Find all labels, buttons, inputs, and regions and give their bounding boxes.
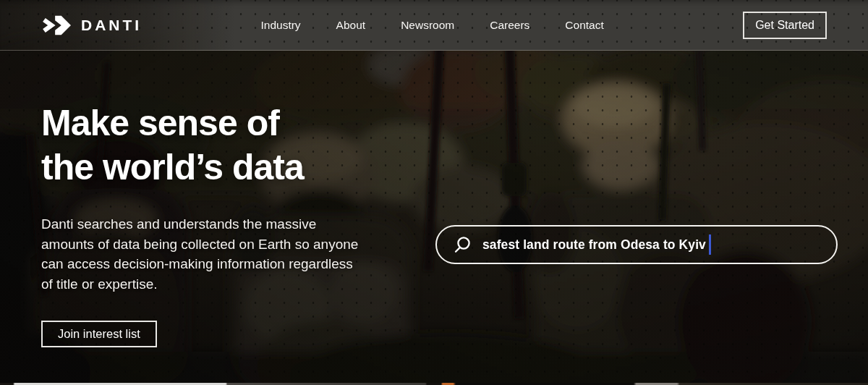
top-navigation-bar: DANTI Industry About Newsroom Careers Co… [0, 0, 868, 51]
join-interest-list-button[interactable]: Join interest list [41, 321, 157, 347]
hero-title: Make sense ofthe world’s data [41, 101, 304, 190]
danti-logo[interactable]: DANTI [41, 12, 142, 39]
get-started-button[interactable]: Get Started [743, 12, 827, 39]
search-query-text: safest land route from Odesa to Kyiv [482, 237, 706, 253]
hero-description: Danti searches and understands the massi… [41, 214, 359, 294]
main-nav: Industry About Newsroom Careers Contact [260, 0, 603, 51]
search-input[interactable]: safest land route from Odesa to Kyiv [435, 225, 838, 264]
hero-title-line2: the world’s data [41, 147, 304, 187]
search-icon [453, 235, 472, 255]
hero-title-line1: Make sense of [41, 103, 279, 143]
nav-link-industry[interactable]: Industry [260, 19, 300, 32]
text-cursor [709, 234, 711, 255]
nav-link-contact[interactable]: Contact [565, 19, 603, 32]
nav-link-about[interactable]: About [336, 19, 366, 32]
brand-name: DANTI [81, 17, 142, 34]
danti-landing-page: DANTI Industry About Newsroom Careers Co… [0, 0, 868, 385]
nav-link-newsroom[interactable]: Newsroom [401, 19, 454, 32]
danti-logo-icon [41, 12, 73, 39]
nav-link-careers[interactable]: Careers [490, 19, 529, 32]
